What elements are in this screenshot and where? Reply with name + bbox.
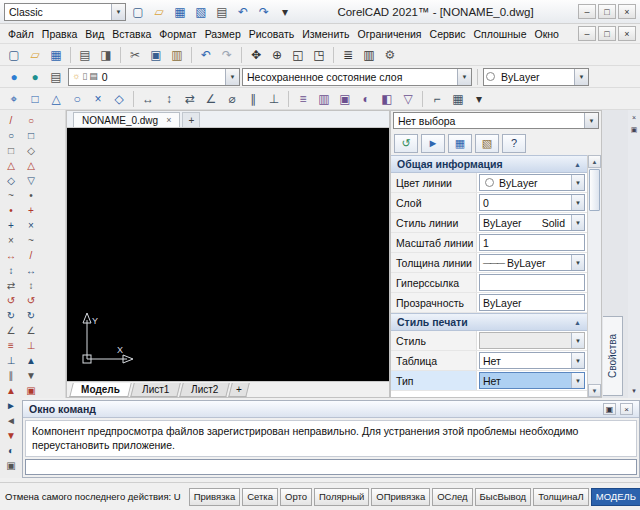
active-layer-combo[interactable]: ☼▯▤ 0 ▼ bbox=[68, 68, 240, 86]
draw-tool-button[interactable]: ○ bbox=[22, 113, 40, 128]
draw-tool-button[interactable]: × bbox=[2, 233, 20, 248]
toolbar-button[interactable]: ◧ bbox=[377, 89, 397, 109]
toolbar-button[interactable]: ≣ bbox=[338, 45, 358, 65]
command-window-titlebar[interactable]: Окно команд ▣× bbox=[23, 401, 639, 418]
properties-scrollbar[interactable]: ▲ ▼ bbox=[587, 155, 601, 397]
status-toggle[interactable]: ОПривязка bbox=[371, 488, 430, 506]
menu-item[interactable]: Окно bbox=[530, 26, 562, 42]
toolbar-button[interactable]: ► bbox=[421, 134, 445, 153]
restore-document-button[interactable]: □ bbox=[598, 26, 616, 41]
toolbar-button[interactable]: ▥ bbox=[167, 45, 187, 65]
close-button[interactable]: × bbox=[618, 4, 636, 19]
toolbar-button[interactable]: ▱ bbox=[149, 2, 169, 22]
document-tab[interactable]: NONAME_0.dwg × bbox=[73, 112, 180, 127]
draw-tool-button[interactable]: ▼ bbox=[22, 368, 40, 383]
draw-tool-button[interactable]: ∠ bbox=[2, 323, 20, 338]
minimize-document-button[interactable]: – bbox=[578, 26, 596, 41]
toolbar-button[interactable]: ▢ bbox=[128, 2, 148, 22]
draw-tool-button[interactable]: ~ bbox=[2, 188, 20, 203]
draw-tool-button[interactable]: ⇄ bbox=[2, 278, 20, 293]
toolbar-button[interactable]: □ bbox=[25, 89, 45, 109]
property-value[interactable]: 0▼ bbox=[479, 194, 585, 211]
toolbar-button[interactable]: ● bbox=[25, 67, 45, 87]
toolbar-button[interactable]: ▾ bbox=[275, 2, 295, 22]
draw-tool-button[interactable]: • bbox=[2, 203, 20, 218]
draw-tool-button[interactable]: / bbox=[22, 248, 40, 263]
close-document-button[interactable]: × bbox=[618, 26, 636, 41]
toolbar-button[interactable]: ⊥ bbox=[264, 89, 284, 109]
menu-item[interactable]: Вид bbox=[81, 26, 108, 42]
property-value[interactable]: Нет▼ bbox=[479, 372, 585, 389]
draw-tool-button[interactable]: ▼ bbox=[2, 428, 20, 443]
property-value[interactable]: ByLayerSolid▼ bbox=[479, 214, 585, 231]
menu-item[interactable]: Рисовать bbox=[245, 26, 298, 42]
toolbar-button[interactable]: ? bbox=[502, 134, 526, 153]
toolbar-button[interactable]: ▧ bbox=[191, 2, 211, 22]
status-toggle[interactable]: БысВывод bbox=[475, 488, 532, 506]
section-header[interactable]: Стиль печати▲ bbox=[391, 313, 587, 331]
draw-tool-button[interactable]: ↻ bbox=[2, 308, 20, 323]
draw-tool-button[interactable]: ► bbox=[2, 398, 20, 413]
chevron-down-icon[interactable]: ▼ bbox=[584, 113, 598, 128]
sheet-tab[interactable]: Лист2 bbox=[179, 383, 230, 397]
toolbar-button[interactable]: ▾ bbox=[469, 89, 489, 109]
draw-tool-button[interactable]: ◇ bbox=[22, 143, 40, 158]
toolbar-button[interactable]: ▦ bbox=[170, 2, 190, 22]
toolbar-button[interactable]: ◱ bbox=[288, 45, 308, 65]
draw-tool-button[interactable]: ∥ bbox=[2, 368, 20, 383]
draw-tool-button[interactable]: • bbox=[22, 188, 40, 203]
scrollbar-thumb[interactable] bbox=[589, 169, 600, 211]
toolbar-button[interactable]: ▣ bbox=[146, 45, 166, 65]
draw-tool-button[interactable]: + bbox=[2, 218, 20, 233]
chevron-down-icon[interactable]: ▼ bbox=[457, 69, 471, 85]
toolbar-button[interactable]: ▦ bbox=[448, 134, 472, 153]
toolbar-button[interactable]: ▦ bbox=[46, 45, 66, 65]
property-value[interactable]: 1 bbox=[479, 234, 585, 251]
toolbar-button[interactable]: ⊕ bbox=[267, 45, 287, 65]
draw-tool-button[interactable]: × bbox=[22, 218, 40, 233]
toolbar-button[interactable]: ∠ bbox=[201, 89, 221, 109]
toolbar-button[interactable]: ✥ bbox=[246, 45, 266, 65]
toolbar-button[interactable]: ▥ bbox=[314, 89, 334, 109]
draw-tool-button[interactable]: ◄ bbox=[2, 413, 20, 428]
menu-item[interactable]: Файл bbox=[4, 26, 38, 42]
minimize-button[interactable]: – bbox=[578, 4, 596, 19]
status-toggle[interactable]: Сетка bbox=[242, 488, 278, 506]
menu-item[interactable]: Размер bbox=[201, 26, 245, 42]
status-toggle[interactable]: ТолщинаЛ bbox=[533, 488, 589, 506]
expand-icon[interactable]: ▾ bbox=[629, 386, 639, 396]
properties-palette-tab[interactable]: Свойства bbox=[603, 316, 623, 396]
property-value[interactable]: ByLayer bbox=[479, 294, 585, 311]
sheet-tab[interactable]: Лист1 bbox=[130, 383, 181, 397]
property-value[interactable]: ByLayer▼ bbox=[479, 174, 585, 191]
toolbar-button[interactable]: ◳ bbox=[309, 45, 329, 65]
toolbar-button[interactable]: ▤ bbox=[75, 45, 95, 65]
menu-item[interactable]: Изменить bbox=[298, 26, 353, 42]
toolbar-button[interactable]: ◨ bbox=[96, 45, 116, 65]
menu-item[interactable]: Сервис bbox=[426, 26, 470, 42]
command-input[interactable] bbox=[25, 459, 637, 475]
drawing-canvas[interactable]: Y X bbox=[67, 128, 389, 381]
draw-tool-button[interactable]: ◇ bbox=[2, 173, 20, 188]
draw-tool-button[interactable]: ○ bbox=[2, 128, 20, 143]
close-icon[interactable]: × bbox=[166, 115, 171, 125]
toolbar-button[interactable]: ◇ bbox=[109, 89, 129, 109]
auto-hide-pin-icon[interactable]: ▣ bbox=[629, 125, 639, 135]
status-toggle[interactable]: ОСлед bbox=[432, 488, 472, 506]
maximize-button[interactable]: □ bbox=[598, 4, 616, 19]
draw-tool-button[interactable]: △ bbox=[2, 158, 20, 173]
toolbar-button[interactable]: ∥ bbox=[243, 89, 263, 109]
status-toggle[interactable]: Орто bbox=[280, 488, 312, 506]
draw-tool-button[interactable]: ~ bbox=[22, 233, 40, 248]
draw-tool-button[interactable]: + bbox=[22, 203, 40, 218]
toolbar-button[interactable]: △ bbox=[46, 89, 66, 109]
menu-item[interactable]: Вставка bbox=[108, 26, 155, 42]
chevron-down-icon[interactable]: ▼ bbox=[225, 69, 239, 85]
toolbar-button[interactable]: ▤ bbox=[46, 67, 66, 87]
draw-tool-button[interactable]: ⊥ bbox=[22, 338, 40, 353]
toolbar-button[interactable]: ▥ bbox=[359, 45, 379, 65]
draw-tool-button[interactable]: ↕ bbox=[2, 263, 20, 278]
status-toggle[interactable]: Полярный bbox=[314, 488, 369, 506]
close-icon[interactable]: × bbox=[620, 403, 633, 415]
draw-tool-button[interactable]: ↺ bbox=[22, 293, 40, 308]
